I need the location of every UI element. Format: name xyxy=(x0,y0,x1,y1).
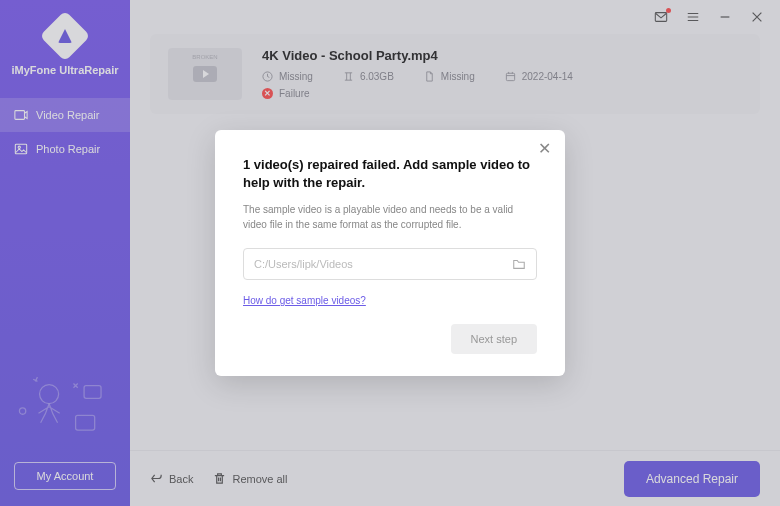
sample-path-field[interactable] xyxy=(243,248,537,280)
app-window: iMyFone UltraRepair Video Repair Photo R… xyxy=(0,0,780,506)
modal-description: The sample video is a playable video and… xyxy=(243,202,537,232)
modal-overlay: ✕ 1 video(s) repaired failed. Add sample… xyxy=(0,0,780,506)
modal-title: 1 video(s) repaired failed. Add sample v… xyxy=(243,156,537,192)
modal-close-button[interactable]: ✕ xyxy=(537,142,551,156)
sample-video-modal: ✕ 1 video(s) repaired failed. Add sample… xyxy=(215,130,565,376)
folder-icon[interactable] xyxy=(512,257,526,271)
next-step-button[interactable]: Next step xyxy=(451,324,537,354)
help-link[interactable]: How do get sample videos? xyxy=(243,295,366,306)
sample-path-input[interactable] xyxy=(254,258,512,270)
